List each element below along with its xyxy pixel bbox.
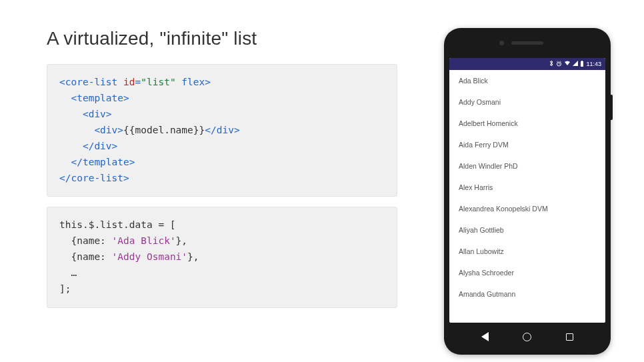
list-item[interactable]: Alex Harris [449,177,605,198]
phone-mockup: 11:43 Ada BlickAddy OsmaniAdelbert Homen… [444,28,611,355]
list-item[interactable]: Aliyah Gottlieb [449,219,605,241]
code-block-html: <core-list id="list" flex> <template> <d… [47,64,397,197]
phone-screen: 11:43 Ada BlickAddy OsmaniAdelbert Homen… [449,58,605,323]
bluetooth-icon [549,60,554,68]
list-item[interactable]: Alden Windler PhD [449,155,605,177]
code-block-js: this.$.list.data = [ {name: 'Ada Blick'}… [47,207,397,308]
list-item[interactable]: Alysha Schroeder [449,262,605,283]
android-nav-bar [444,327,611,347]
wifi-icon [564,61,571,67]
home-button[interactable] [522,332,532,342]
back-button[interactable] [480,332,490,342]
list-item[interactable]: Amanda Gutmann [449,283,605,305]
list-item[interactable]: Allan Lubowitz [449,241,605,262]
list-item[interactable]: Addy Osmani [449,91,605,113]
svg-rect-2 [581,61,583,61]
svg-rect-1 [581,61,583,67]
alarm-icon [556,61,562,68]
battery-icon [580,61,584,68]
recent-button[interactable] [565,332,575,342]
list-item[interactable]: Adelbert Homenick [449,113,605,134]
list-item[interactable]: Alexandrea Konopelski DVM [449,198,605,219]
list-item[interactable]: Ada Blick [449,70,605,91]
status-bar: 11:43 [449,58,605,70]
slide-title: A virtualized, "infinite" list [47,28,397,49]
list-item[interactable]: Aida Ferry DVM [449,134,605,155]
signal-icon [573,61,578,67]
status-time: 11:43 [586,61,601,67]
phone-list[interactable]: Ada BlickAddy OsmaniAdelbert HomenickAid… [449,70,605,323]
